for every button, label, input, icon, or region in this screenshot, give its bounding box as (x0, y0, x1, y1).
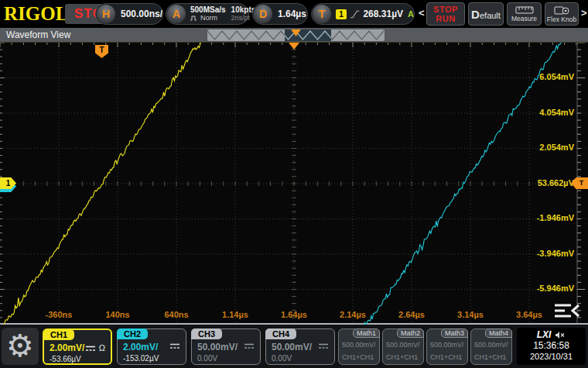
knob-icon (553, 5, 570, 15)
x-axis-label: -360ns (29, 310, 88, 319)
horizontal-scale-value: 500.00ns/ (121, 9, 162, 19)
trigger-icon: T (313, 5, 331, 23)
tab-waveform-view[interactable]: Waveform View (6, 29, 70, 40)
measure-label: Measure (511, 15, 537, 22)
graticule-and-traces (0, 43, 588, 325)
trigger-source-badge: 1 (336, 9, 347, 19)
math3-tab: Math3 (441, 328, 468, 338)
timebase-overview-strip[interactable] (207, 29, 385, 41)
ch2-scale: 2.00mV/ (123, 342, 158, 353)
function-navigation-button[interactable]: ⚙ (2, 328, 39, 365)
math-card-math4[interactable]: Math4 500.00mV/ CH1+CH1 (470, 328, 512, 365)
pulse-icon (190, 15, 199, 21)
math4-tab: Math4 (485, 328, 512, 338)
channel-card-ch4[interactable]: CH4 50.00mV/ 0.00V (265, 328, 335, 365)
top-bar: RIGOL STOP H 500.00ns/ A 500MSa/s Norm 1… (0, 0, 588, 28)
rising-edge-icon (350, 9, 360, 19)
sample-rate: 500MSa/s (190, 5, 226, 14)
y-axis-label: -3.946mV (537, 249, 574, 258)
channel-card-ch2[interactable]: CH2 2.00mV/ -153.02µV (117, 328, 186, 365)
ch1-offset: -53.66µV (50, 355, 81, 363)
clock-time: 15:36:58 (517, 340, 586, 352)
waveform-display[interactable]: T 1 T 6.054mV 4.054mV 2.054mV 53.662µV -… (0, 43, 588, 325)
ch1-tab: CH1 (43, 329, 74, 340)
flex-knob-button[interactable]: Flex Knob (545, 2, 579, 26)
math-card-math3[interactable]: Math3 500.00mV/ CH1+CH1 (426, 328, 468, 365)
x-axis-label: 2.14µs (323, 310, 382, 319)
rigol-logo: RIGOL (4, 3, 68, 25)
ch4-offset: 0.00V (272, 354, 292, 363)
trigger-level-value: 268.31µV (363, 9, 403, 19)
timebase-overview-graphic (207, 29, 385, 41)
ch3-scale: 50.00mV/ (197, 342, 238, 353)
ch2-offset: -153.02µV (123, 354, 159, 363)
delay-icon: D (254, 5, 272, 23)
run-stop-button[interactable]: STOP RUN (426, 2, 465, 26)
math3-expression: CH1+CH1 (430, 353, 462, 361)
delay-value: 1.64µs (278, 9, 306, 19)
acquire-button[interactable]: A 500MSa/s Norm 10kpts 2ns/pt (166, 3, 249, 25)
x-axis-label: 2.64µs (382, 310, 441, 319)
dc-coupling-icon (318, 342, 329, 349)
y-axis-label: 2.054mV (539, 143, 574, 152)
channel-card-ch1[interactable]: CH1 2.00mV/ Ω -53.66µV (43, 328, 112, 365)
math3-scale: 500.00mV/ (430, 341, 464, 349)
clock-date: 2023/10/31 (517, 352, 586, 361)
impedance-label: Ω (99, 343, 105, 353)
bottom-bar: ⚙ CH1 2.00mV/ Ω -53.66µV CH2 2.00mV/ -15… (0, 325, 588, 368)
math4-expression: CH1+CH1 (474, 353, 506, 361)
toolbar-scroll-right-icon[interactable]: > (581, 7, 587, 19)
trigger-sweep-mode: A (408, 9, 414, 19)
dc-coupling-icon (85, 345, 96, 352)
run-stop-line1: STOP (433, 5, 458, 14)
ch3-offset: 0.00V (197, 354, 217, 363)
ch4-scale: 50.00mV/ (272, 342, 312, 353)
y-axis-label: 4.054mV (539, 108, 574, 117)
acquire-mode: Norm (200, 14, 217, 22)
y-axis-label: -1.946mV (537, 213, 574, 222)
horizontal-center-marker[interactable] (289, 43, 299, 50)
x-axis-label: 3.14µs (441, 310, 500, 319)
toolbar-scroll-left-icon[interactable]: < (419, 7, 425, 19)
display-menu-icon[interactable] (554, 303, 580, 318)
ch2-tab: CH2 (117, 328, 148, 339)
ruler-icon (515, 6, 534, 14)
math-card-math1[interactable]: Math1 500.00mV/ CH1+CH1 (338, 328, 380, 365)
delay-button[interactable]: D 1.64µs (252, 3, 308, 25)
x-axis-label: 3.64µs (500, 310, 559, 319)
tab-bar: Waveform View (0, 28, 588, 43)
default-rest: efault (480, 11, 501, 20)
default-initial: D (471, 8, 480, 21)
default-button[interactable]: Default (468, 2, 504, 26)
trigger-button[interactable]: T 1 268.31µV A (311, 3, 415, 25)
ch3-tab: CH3 (191, 328, 222, 339)
math1-tab: Math1 (353, 328, 380, 338)
horizontal-icon: H (97, 5, 115, 23)
acquire-icon: A (167, 5, 186, 23)
speaker-muted-icon (555, 331, 566, 339)
oscilloscope-screen: RIGOL STOP H 500.00ns/ A 500MSa/s Norm 1… (0, 0, 588, 368)
math4-scale: 500.00mV/ (474, 341, 508, 349)
system-info-panel[interactable]: LXI 15:36:58 2023/10/31 (517, 328, 586, 365)
horizontal-scale-button[interactable]: H 500.00ns/ (95, 3, 163, 25)
x-axis-label: 1.14µs (206, 310, 265, 319)
channel-card-ch3[interactable]: CH3 50.00mV/ 0.00V (191, 328, 261, 365)
ch4-tab: CH4 (265, 328, 296, 339)
math2-scale: 500.00mV/ (386, 341, 420, 349)
flex-knob-label: Flex Knob (547, 15, 576, 23)
dc-coupling-icon (169, 342, 180, 349)
math-card-math2[interactable]: Math2 500.00mV/ CH1+CH1 (382, 328, 424, 365)
run-stop-line2: RUN (436, 14, 455, 23)
lxi-logo: LXI (537, 329, 552, 340)
measure-button[interactable]: Measure (507, 2, 542, 26)
ch1-scale: 2.00mV/ (50, 342, 84, 353)
gear-icon: ⚙ (6, 328, 34, 363)
y-axis-label: -5.946mV (537, 284, 574, 293)
math2-expression: CH1+CH1 (386, 353, 418, 361)
dc-coupling-icon (244, 342, 255, 349)
y-axis-label: 53.662µV (538, 178, 574, 187)
x-axis-label: 640ns (147, 310, 206, 319)
y-axis-label: 6.054mV (539, 72, 574, 81)
x-axis-label: 1.64µs (265, 310, 323, 319)
math2-tab: Math2 (397, 328, 424, 338)
